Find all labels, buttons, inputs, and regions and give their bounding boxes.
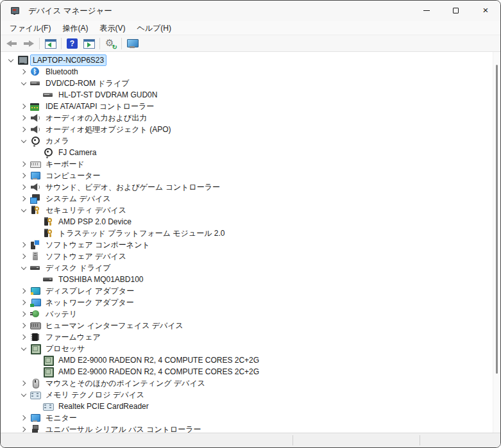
chevron-down-icon[interactable] xyxy=(19,204,29,216)
tree-node[interactable]: Bluetooth xyxy=(1,66,500,78)
tree-node[interactable]: オーディオの入力および出力 xyxy=(1,112,500,124)
tree-node[interactable]: ディスプレイ アダプター xyxy=(1,285,500,297)
device-tree: LAPTOP-NC0P6S23BluetoothDVD/CD-ROM ドライブH… xyxy=(1,52,500,433)
tree-node[interactable]: ヒューマン インターフェイス デバイス xyxy=(1,320,500,331)
tree-node[interactable]: カメラ xyxy=(1,135,500,147)
tree-node[interactable]: TOSHIBA MQ01ABD100 xyxy=(1,274,500,285)
tree-node-label: オーディオ処理オブジェクト (APO) xyxy=(44,124,173,135)
tree-node[interactable]: キーボード xyxy=(1,158,500,170)
tree-node-label: FJ Camera xyxy=(56,147,98,158)
tree-node-label: ディスプレイ アダプター xyxy=(44,286,136,296)
tree-node[interactable]: システム デバイス xyxy=(1,193,500,204)
back-button[interactable] xyxy=(4,37,20,51)
chevron-down-icon[interactable] xyxy=(19,78,29,89)
toolbar-separator xyxy=(99,38,100,49)
close-button[interactable]: × xyxy=(471,1,500,21)
tree-node[interactable]: HL-DT-ST DVDRAM GUD0N xyxy=(1,89,500,101)
chevron-right-icon[interactable] xyxy=(19,285,29,297)
tree-node-label: ネットワーク アダプター xyxy=(44,297,136,308)
tree-node[interactable]: マウスとそのほかのポインティング デバイス xyxy=(1,377,500,389)
tree-node[interactable]: ファームウェア xyxy=(1,331,500,343)
back-arrow-icon xyxy=(6,38,17,49)
battery-icon xyxy=(30,309,40,319)
tree-node[interactable]: コンピューター xyxy=(1,170,500,181)
menu-view[interactable]: 表示(V) xyxy=(94,22,131,35)
chevron-right-icon[interactable] xyxy=(19,101,29,112)
optical-drive-icon xyxy=(43,90,53,100)
vertical-scrollbar[interactable] xyxy=(493,52,500,433)
tree-node[interactable]: サウンド、ビデオ、およびゲーム コントローラー xyxy=(1,181,500,193)
maximize-button[interactable] xyxy=(441,1,471,21)
chevron-down-icon[interactable] xyxy=(19,262,29,274)
software-component-icon xyxy=(30,240,40,250)
chevron-down-icon[interactable] xyxy=(6,54,16,66)
chevron-right-icon[interactable] xyxy=(19,112,29,124)
help-button[interactable] xyxy=(64,37,80,51)
tree-node[interactable]: Realtek PCIE CardReader xyxy=(1,401,500,412)
optical-drive-icon xyxy=(30,78,40,88)
tree-node[interactable]: ソフトウェア デバイス xyxy=(1,251,500,262)
properties-button[interactable] xyxy=(81,37,97,51)
menu-file[interactable]: ファイル(F) xyxy=(4,22,56,35)
tree-node[interactable]: IDE ATA/ATAPI コントローラー xyxy=(1,101,500,112)
scrollbar-thumb[interactable] xyxy=(496,65,498,374)
chevron-right-icon[interactable] xyxy=(19,320,29,331)
tree-node[interactable]: セキュリティ デバイス xyxy=(1,204,500,216)
forward-arrow-icon xyxy=(23,38,34,49)
tree-node[interactable]: ディスク ドライブ xyxy=(1,262,500,274)
tree-node[interactable]: オーディオ処理オブジェクト (APO) xyxy=(1,124,500,135)
chevron-right-icon[interactable] xyxy=(19,308,29,320)
chevron-right-icon[interactable] xyxy=(19,66,29,78)
chevron-right-icon[interactable] xyxy=(19,424,29,433)
tree-node[interactable]: ソフトウェア コンポーネント xyxy=(1,239,500,251)
chevron-down-icon[interactable] xyxy=(19,389,29,401)
tree-node[interactable]: LAPTOP-NC0P6S23 xyxy=(1,54,500,66)
tree-node[interactable]: AMD PSP 2.0 Device xyxy=(1,216,500,228)
chevron-right-icon[interactable] xyxy=(19,181,29,193)
devices-view-button[interactable] xyxy=(124,37,140,51)
tree-node[interactable]: ネットワーク アダプター xyxy=(1,297,500,308)
chevron-right-icon[interactable] xyxy=(19,412,29,424)
chevron-right-icon[interactable] xyxy=(19,170,29,181)
chevron-right-icon[interactable] xyxy=(19,193,29,204)
tree-node[interactable]: バッテリ xyxy=(1,308,500,320)
tree-node-label: コンピューター xyxy=(44,170,102,181)
expander-spacer xyxy=(31,274,42,285)
status-separator xyxy=(293,435,293,445)
menu-action[interactable]: 操作(A) xyxy=(56,22,94,35)
menu-help[interactable]: ヘルプ(H) xyxy=(131,22,177,35)
expander-spacer xyxy=(31,354,42,366)
minimize-icon xyxy=(423,10,430,11)
tree-node[interactable]: モニター xyxy=(1,412,500,424)
chevron-right-icon[interactable] xyxy=(19,377,29,389)
chevron-right-icon[interactable] xyxy=(19,331,29,343)
tree-node[interactable]: トラステッド プラットフォーム モジュール 2.0 xyxy=(1,228,500,239)
show-console-tree-button[interactable] xyxy=(42,37,58,51)
tree-node-label: AMD E2-9000 RADEON R2, 4 COMPUTE CORES 2… xyxy=(56,355,261,365)
tree-node[interactable]: AMD E2-9000 RADEON R2, 4 COMPUTE CORES 2… xyxy=(1,354,500,366)
expander-spacer xyxy=(31,216,42,228)
minimize-button[interactable] xyxy=(412,1,441,21)
tree-node[interactable]: メモリ テクノロジ デバイス xyxy=(1,389,500,401)
chevron-right-icon[interactable] xyxy=(19,124,29,135)
forward-button[interactable] xyxy=(21,37,37,51)
scan-hardware-changes-button[interactable] xyxy=(103,37,119,51)
chevron-down-icon[interactable] xyxy=(19,135,29,147)
titlebar[interactable]: デバイス マネージャー × xyxy=(1,1,500,21)
menubar: ファイル(F) 操作(A) 表示(V) ヘルプ(H) xyxy=(1,21,500,35)
chevron-down-icon[interactable] xyxy=(19,343,29,354)
memory-card-icon xyxy=(43,401,53,411)
chevron-right-icon[interactable] xyxy=(19,158,29,170)
chevron-right-icon[interactable] xyxy=(19,297,29,308)
tree-node[interactable]: FJ Camera xyxy=(1,147,500,158)
chevron-right-icon[interactable] xyxy=(19,251,29,262)
tree-node[interactable]: ユニバーサル シリアル バス コントローラー xyxy=(1,424,500,433)
chevron-right-icon[interactable] xyxy=(19,239,29,251)
expander-spacer xyxy=(31,228,42,239)
security-device-icon xyxy=(43,217,53,227)
tree-node[interactable]: AMD E2-9000 RADEON R2, 4 COMPUTE CORES 2… xyxy=(1,366,500,377)
tree-node[interactable]: DVD/CD-ROM ドライブ xyxy=(1,78,500,89)
hid-icon xyxy=(30,320,40,331)
tree-node[interactable]: プロセッサ xyxy=(1,343,500,354)
tree-node-label: マウスとそのほかのポインティング デバイス xyxy=(44,378,207,388)
